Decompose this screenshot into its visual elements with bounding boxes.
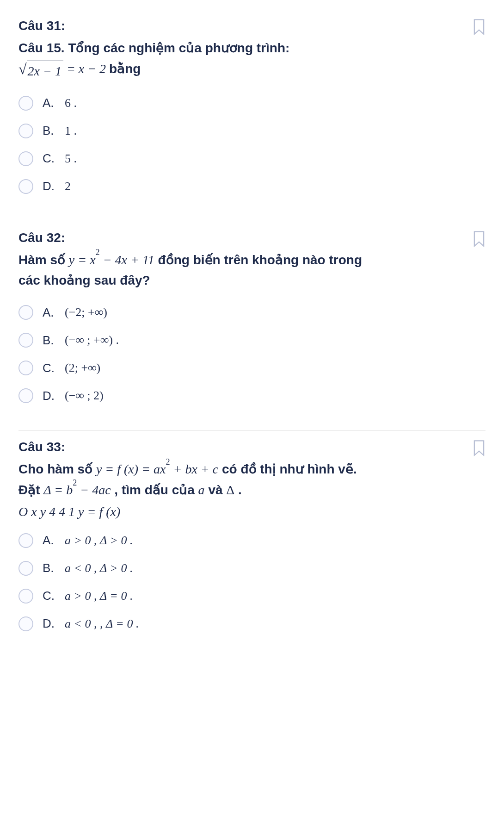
option-c[interactable]: C. (2; +∞) bbox=[18, 361, 486, 375]
prompt-text: . bbox=[234, 483, 242, 497]
radio-icon bbox=[18, 533, 33, 548]
divider bbox=[18, 221, 486, 221]
option-d[interactable]: D. 2 bbox=[18, 179, 486, 194]
prompt-text: và bbox=[205, 483, 227, 497]
bookmark-icon[interactable] bbox=[473, 19, 486, 35]
option-c[interactable]: C. 5 . bbox=[18, 151, 486, 166]
radio-icon bbox=[18, 616, 33, 631]
radio-icon bbox=[18, 305, 33, 320]
option-b[interactable]: B. a < 0 , Δ > 0 . bbox=[18, 561, 486, 576]
option-text: a < 0 , Δ > 0 . bbox=[65, 561, 133, 575]
radio-icon bbox=[18, 151, 33, 166]
option-text: 2 bbox=[65, 180, 71, 193]
option-a[interactable]: A. (−2; +∞) bbox=[18, 305, 486, 320]
sub-label: Câu 15. bbox=[18, 41, 68, 55]
option-text: a > 0 , Δ = 0 . bbox=[65, 589, 133, 603]
radio-icon bbox=[18, 124, 33, 138]
option-letter: D. bbox=[43, 616, 55, 631]
prompt-text: Cho hàm số bbox=[18, 462, 96, 476]
option-letter: A. bbox=[43, 96, 55, 110]
option-c[interactable]: C. a > 0 , Δ = 0 . bbox=[18, 589, 486, 604]
prompt-text: Tổng các nghiệm của phương trình: bbox=[68, 41, 289, 55]
radio-icon bbox=[18, 388, 33, 403]
prompt-text: Hàm số bbox=[18, 253, 69, 267]
option-letter: B. bbox=[43, 124, 55, 138]
option-text: (−∞ ; 2) bbox=[65, 389, 104, 402]
radio-icon bbox=[18, 361, 33, 375]
option-text: 1 . bbox=[65, 124, 77, 137]
option-letter: B. bbox=[43, 333, 55, 348]
question-number: Câu 31: bbox=[18, 19, 486, 33]
bookmark-icon[interactable] bbox=[473, 440, 486, 456]
radio-icon bbox=[18, 589, 33, 604]
options-list: A. (−2; +∞) B. (−∞ ; +∞) . C. (2; +∞) D.… bbox=[18, 305, 486, 403]
radio-icon bbox=[18, 179, 33, 194]
question-number: Câu 32: bbox=[18, 230, 486, 245]
radio-icon bbox=[18, 561, 33, 576]
option-letter: A. bbox=[43, 533, 55, 548]
question-text: Cho hàm số y = f (x) = ax2 + bx + c có đ… bbox=[18, 459, 379, 501]
option-letter: A. bbox=[43, 305, 55, 320]
option-d[interactable]: D. (−∞ ; 2) bbox=[18, 388, 486, 403]
option-d[interactable]: D. a < 0 , , Δ = 0 . bbox=[18, 616, 486, 631]
figure-caption: O x y 4 4 1 y = f (x) bbox=[18, 504, 486, 519]
question-text: Hàm số y = x2 − 4x + 11 đồng biến trên k… bbox=[18, 250, 379, 292]
option-letter: D. bbox=[43, 179, 55, 193]
option-text: (2; +∞) bbox=[65, 361, 100, 374]
prompt-suffix: bằng bbox=[109, 62, 141, 76]
option-letter: D. bbox=[43, 389, 55, 403]
option-text: (−2; +∞) bbox=[65, 305, 107, 319]
question-block: Câu 31: Câu 15. Tổng các nghiệm của phươ… bbox=[18, 14, 486, 221]
option-letter: C. bbox=[43, 361, 55, 375]
divider bbox=[18, 430, 486, 430]
equation-rhs: = x − 2 bbox=[63, 62, 106, 76]
radio-icon bbox=[18, 333, 33, 348]
prompt-text: , tìm dấu của bbox=[111, 483, 198, 497]
option-text: (−∞ ; +∞) . bbox=[65, 333, 119, 347]
option-b[interactable]: B. (−∞ ; +∞) . bbox=[18, 333, 486, 348]
options-list: A. a > 0 , Δ > 0 . B. a < 0 , Δ > 0 . C.… bbox=[18, 533, 486, 631]
question-block: Câu 33: Cho hàm số y = f (x) = ax2 + bx … bbox=[18, 435, 486, 658]
options-list: A. 6 . B. 1 . C. 5 . D. 2 bbox=[18, 96, 486, 194]
option-b[interactable]: B. 1 . bbox=[18, 124, 486, 138]
question-number: Câu 33: bbox=[18, 440, 486, 454]
option-text: 6 . bbox=[65, 96, 77, 110]
option-text: a > 0 , Δ > 0 . bbox=[65, 534, 133, 547]
question-text: Câu 15. Tổng các nghiệm của phương trình… bbox=[18, 38, 379, 82]
question-block: Câu 32: Hàm số y = x2 − 4x + 11 đồng biế… bbox=[18, 226, 486, 430]
option-a[interactable]: A. 6 . bbox=[18, 96, 486, 111]
sqrt-expression: √2x − 1 bbox=[18, 61, 63, 82]
option-letter: B. bbox=[43, 561, 55, 575]
radio-icon bbox=[18, 96, 33, 111]
option-letter: C. bbox=[43, 151, 55, 166]
option-letter: C. bbox=[43, 589, 55, 603]
option-a[interactable]: A. a > 0 , Δ > 0 . bbox=[18, 533, 486, 548]
option-text: a < 0 , , Δ = 0 . bbox=[65, 617, 139, 630]
option-text: 5 . bbox=[65, 152, 77, 165]
bookmark-icon[interactable] bbox=[473, 230, 486, 247]
